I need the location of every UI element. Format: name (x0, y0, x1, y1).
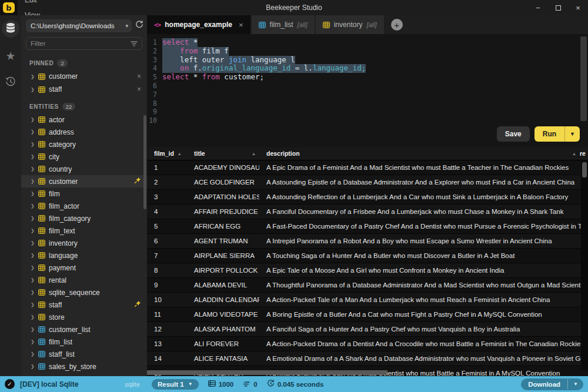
entity-item-staff[interactable]: ❯staff (21, 299, 147, 311)
new-tab-button[interactable]: + (391, 19, 403, 31)
entity-item-sales_by_store[interactable]: ❯sales_by_store (21, 360, 147, 373)
table-row[interactable]: 9ALABAMA DEVILA Thoughtful Panorama of a… (147, 278, 588, 293)
entity-item-category[interactable]: ❯category (21, 138, 147, 150)
cell-description: A Epic Drama of a Feminist And a Mad Sci… (259, 164, 588, 171)
chevron-right-icon[interactable]: ❯ (31, 129, 35, 135)
run-options-button[interactable]: ▼ (564, 126, 580, 142)
app-logo[interactable]: b (0, 0, 18, 15)
chevron-right-icon[interactable]: ❯ (31, 277, 35, 283)
entity-item-payment[interactable]: ❯payment (21, 262, 147, 274)
chevron-right-icon[interactable]: ❯ (31, 191, 35, 196)
table-row[interactable]: 4AFFAIR PREJUDICEA Fanciful Documentary … (147, 205, 588, 219)
table-row[interactable]: 1ACADEMY DINOSAURA Epic Drama of a Femin… (147, 160, 588, 175)
maximize-button[interactable] (548, 0, 568, 15)
table-row[interactable]: 2ACE GOLDFINGERA Astounding Epistle of a… (147, 175, 588, 190)
table-row[interactable]: 6AGENT TRUMANA Intrepid Panorama of a Ro… (147, 234, 588, 249)
entity-item-store[interactable]: ❯store (21, 311, 147, 323)
entity-item-film_list[interactable]: ❯film_list (21, 336, 147, 348)
results-horizontal-scrollbar[interactable] (147, 370, 387, 375)
scrollbar-thumb[interactable] (582, 162, 587, 177)
column-header-description[interactable]: description ▲ (259, 147, 580, 160)
chevron-right-icon[interactable]: ❯ (31, 154, 35, 159)
tables-rail-button[interactable] (2, 20, 19, 38)
entity-item-film_category[interactable]: ❯film_category (21, 212, 147, 225)
save-button[interactable]: Save (497, 126, 530, 142)
chevron-right-icon[interactable]: ❯ (31, 253, 35, 258)
chevron-right-icon[interactable]: ❯ (31, 314, 35, 320)
chevron-right-icon[interactable]: ❯ (31, 290, 35, 295)
chevron-right-icon[interactable]: ❯ (31, 87, 35, 92)
close-tab-icon[interactable]: × (239, 21, 243, 29)
run-button[interactable]: Run (534, 126, 564, 142)
results-vertical-scrollbar[interactable] (581, 161, 588, 370)
chevron-right-icon[interactable]: ❯ (31, 302, 35, 307)
history-rail-button[interactable] (2, 74, 19, 92)
entity-item-film[interactable]: ❯film (21, 187, 147, 200)
minimize-button[interactable]: − (528, 0, 548, 15)
entity-item-city[interactable]: ❯city (21, 150, 147, 163)
unpin-close-icon[interactable]: × (137, 72, 141, 81)
refresh-icon[interactable] (135, 21, 143, 31)
unpin-close-icon[interactable]: × (137, 85, 141, 93)
sidebar-scrollbar[interactable] (143, 115, 146, 209)
filter-input[interactable] (31, 40, 127, 47)
connection-dropdown[interactable]: C:\Users\ghstng\Downloads ▾ (26, 19, 132, 32)
editor-scrollbar[interactable] (580, 36, 587, 121)
table-row[interactable]: 13ALI FOREVERA Action-Packed Drama of a … (147, 337, 588, 351)
chevron-right-icon[interactable]: ❯ (31, 166, 35, 172)
chevron-right-icon[interactable]: ❯ (31, 216, 35, 221)
chevron-right-icon[interactable]: ❯ (31, 74, 35, 79)
table-row[interactable]: 8AIRPORT POLLOCKA Epic Tale of a Moose A… (147, 263, 588, 278)
pinned-item-customer[interactable]: ❯customer× (21, 70, 147, 83)
line-code: on f.original_language_id = l.language_i… (162, 64, 366, 73)
chevron-right-icon[interactable]: ❯ (31, 339, 35, 344)
table-row[interactable]: 14ALICE FANTASIAA Emotional Drama of a A… (147, 351, 588, 366)
entity-item-actor[interactable]: ❯actor (21, 113, 147, 126)
entity-item-customer[interactable]: ❯customer (21, 175, 147, 187)
entity-item-sqlite_sequence[interactable]: ❯sqlite_sequence (21, 286, 147, 299)
entity-item-film_actor[interactable]: ❯film_actor (21, 200, 147, 212)
table-row[interactable]: 5AFRICAN EGGA Fast-Paced Documentary of … (147, 219, 588, 234)
table-row[interactable]: 3ADAPTATION HOLESA Astounding Reflection… (147, 190, 588, 205)
tab-homepage_example[interactable]: <>homepage_example× (147, 15, 250, 34)
editor-line: 2 from film f (147, 47, 588, 56)
entity-item-inventory[interactable]: ❯inventory (21, 237, 147, 249)
entity-item-film_text[interactable]: ❯film_text (21, 225, 147, 237)
download-button[interactable]: Download (521, 378, 567, 390)
chevron-right-icon[interactable]: ❯ (31, 364, 35, 369)
entity-item-staff_list[interactable]: ❯staff_list (21, 348, 147, 360)
chevron-right-icon[interactable]: ❯ (31, 228, 35, 233)
pinned-item-staff[interactable]: ❯staff× (21, 83, 147, 96)
chevron-right-icon[interactable]: ❯ (31, 327, 35, 332)
entity-item-customer_list[interactable]: ❯customer_list (21, 323, 147, 336)
filter-icon[interactable] (131, 38, 138, 49)
chevron-right-icon[interactable]: ❯ (31, 142, 35, 147)
entity-item-address[interactable]: ❯address (21, 126, 147, 138)
close-button[interactable]: × (568, 0, 588, 15)
favorites-rail-button[interactable]: ★ (2, 47, 19, 65)
entity-item-country[interactable]: ❯country (21, 163, 147, 175)
table-row[interactable]: 7AIRPLANE SIERRAA Touching Saga of a Hun… (147, 249, 588, 263)
sql-editor[interactable]: 1select *2 from film f3 left outer join … (147, 34, 588, 147)
table-row[interactable]: 10ALADDIN CALENDARA Action-Packed Tale o… (147, 293, 588, 307)
entity-item-language[interactable]: ❯language (21, 249, 147, 262)
column-header-partial[interactable]: re (580, 147, 588, 160)
chevron-right-icon[interactable]: ❯ (31, 117, 35, 122)
chevron-right-icon[interactable]: ❯ (31, 203, 35, 209)
tab-film_list[interactable]: film_list[all] (252, 15, 315, 34)
download-options-button[interactable]: ▼ (567, 379, 583, 389)
column-header-film-id[interactable]: film_id ▲ (147, 147, 187, 160)
result-selector[interactable]: Result 1 ▼ (152, 379, 199, 390)
chevron-right-icon[interactable]: ❯ (31, 351, 35, 357)
entity-item-rental[interactable]: ❯rental (21, 274, 147, 286)
chevron-right-icon[interactable]: ❯ (31, 265, 35, 270)
menu-edit[interactable]: Edit (18, 0, 47, 8)
chevron-right-icon[interactable]: ❯ (31, 240, 35, 246)
results-body[interactable]: 1ACADEMY DINOSAURA Epic Drama of a Femin… (147, 160, 588, 376)
chevron-right-icon[interactable]: ❯ (31, 179, 35, 184)
table-row[interactable]: 11ALAMO VIDEOTAPEA Boring Epistle of a B… (147, 307, 588, 322)
table-row[interactable]: 12ALASKA PHANTOMA Fanciful Saga of a Hun… (147, 322, 588, 337)
tab-inventory[interactable]: inventory[all] (316, 15, 384, 34)
column-header-title[interactable]: title ▲ (187, 147, 259, 160)
editor-line: 1select * (147, 38, 588, 47)
